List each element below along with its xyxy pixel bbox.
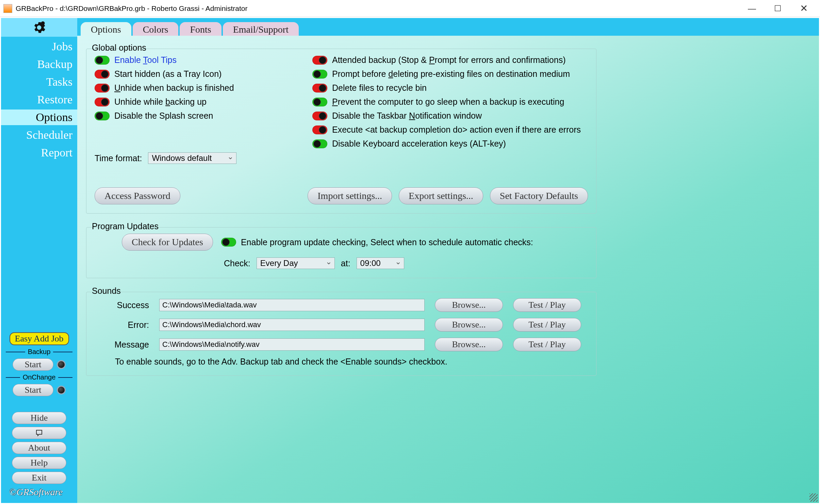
option-toggle[interactable] <box>312 84 327 93</box>
option-row: Start hidden (as a Tray Icon) <box>95 69 299 79</box>
import-settings-button[interactable]: Import settings... <box>308 187 392 204</box>
option-row: Disable the Splash screen <box>95 111 299 121</box>
option-toggle[interactable] <box>95 112 110 120</box>
check-at-label: at: <box>341 258 350 268</box>
tab-email-support[interactable]: Email/Support <box>223 22 299 36</box>
check-time-select[interactable]: 09:00 <box>357 257 404 269</box>
access-password-button[interactable]: Access Password <box>95 187 180 204</box>
copyright-label: ©GRSoftware <box>6 487 63 498</box>
title-bar: GRBackPro - d:\GRDown\GRBakPro.grb - Rob… <box>0 0 820 17</box>
tab-colors[interactable]: Colors <box>133 22 179 36</box>
nav-item-backup[interactable]: Backup <box>1 56 77 72</box>
option-row: Prompt before deleting pre-existing file… <box>312 69 588 79</box>
nav-item-jobs[interactable]: Jobs <box>1 39 77 54</box>
option-row: Delete files to recycle bin <box>312 83 588 93</box>
option-toggle[interactable] <box>95 84 110 93</box>
program-updates-group: Program Updates Check for Updates Enable… <box>86 227 596 278</box>
window-title: GRBackPro - d:\GRDown\GRBakPro.grb - Rob… <box>16 4 248 13</box>
sidebar: JobsBackupTasksRestoreOptionsSchedulerRe… <box>1 18 77 503</box>
sound-label: Message <box>95 340 149 350</box>
options-panel: Global options Enable Tool TipsStart hid… <box>77 36 819 503</box>
hide-button[interactable]: Hide <box>12 412 66 424</box>
check-updates-button[interactable]: Check for Updates <box>122 234 213 251</box>
option-toggle[interactable] <box>95 98 110 106</box>
option-label: Unhide while backing up <box>114 97 207 107</box>
nav-item-restore[interactable]: Restore <box>1 92 77 107</box>
option-row: Unhide when backup is finished <box>95 83 299 93</box>
option-toggle[interactable] <box>312 125 327 134</box>
app-body: JobsBackupTasksRestoreOptionsSchedulerRe… <box>1 18 819 503</box>
time-format-select[interactable]: Windows default <box>148 152 236 164</box>
nav-item-options[interactable]: Options <box>1 110 77 125</box>
option-toggle[interactable] <box>312 56 327 65</box>
test-play-button[interactable]: Test / Play <box>513 298 581 312</box>
main-area: OptionsColorsFontsEmail/Support Global o… <box>77 18 819 503</box>
enable-update-toggle[interactable] <box>221 238 236 247</box>
sound-path-input[interactable] <box>159 319 425 331</box>
browse-button[interactable]: Browse... <box>435 338 503 351</box>
option-label: Attended backup (Stop & Prompt for error… <box>332 55 565 65</box>
sound-path-input[interactable] <box>159 299 425 311</box>
option-toggle[interactable] <box>312 139 327 148</box>
tab-options[interactable]: Options <box>81 22 131 36</box>
svg-point-0 <box>41 21 45 25</box>
minimize-button[interactable]: — <box>739 0 765 17</box>
easy-add-job-button[interactable]: Easy Add Job <box>10 332 69 345</box>
start-onchange-button[interactable]: Start <box>13 384 53 396</box>
option-row: Enable Tool Tips <box>95 55 299 65</box>
about-button[interactable]: About <box>12 442 66 454</box>
nav-item-tasks[interactable]: Tasks <box>1 74 77 90</box>
global-right-column: Attended backup (Stop & Prompt for error… <box>312 55 588 149</box>
tray-message-button[interactable] <box>12 427 66 439</box>
export-settings-button[interactable]: Export settings... <box>399 187 483 204</box>
option-toggle[interactable] <box>95 70 110 79</box>
test-play-button[interactable]: Test / Play <box>513 318 581 332</box>
tab-fonts[interactable]: Fonts <box>180 22 221 36</box>
option-toggle[interactable] <box>312 112 327 120</box>
backup-led-icon <box>57 360 66 369</box>
sounds-legend: Sounds <box>90 286 123 296</box>
nav-list: JobsBackupTasksRestoreOptionsSchedulerRe… <box>1 37 77 161</box>
nav-item-scheduler[interactable]: Scheduler <box>1 127 77 143</box>
global-options-legend: Global options <box>90 43 148 53</box>
sound-path-input[interactable] <box>159 338 425 351</box>
start-backup-button[interactable]: Start <box>13 358 53 371</box>
onchange-led-icon <box>57 386 66 394</box>
tabs: OptionsColorsFontsEmail/Support <box>77 18 819 36</box>
option-label: Execute <at backup completion do> action… <box>332 125 581 135</box>
factory-defaults-button[interactable]: Set Factory Defaults <box>490 187 588 204</box>
global-options-group: Global options Enable Tool TipsStart hid… <box>86 49 596 214</box>
exit-button[interactable]: Exit <box>12 472 66 484</box>
option-label: Delete files to recycle bin <box>332 83 427 93</box>
check-freq-select[interactable]: Every Day <box>257 257 335 269</box>
close-button[interactable]: ✕ <box>791 0 817 17</box>
sound-label: Error: <box>95 320 149 330</box>
option-label: Disable the Taskbar Notification window <box>332 111 482 121</box>
onchange-section-label: OnChange <box>6 373 72 381</box>
option-label: Prevent the computer to go sleep when a … <box>332 97 564 107</box>
help-button[interactable]: Help <box>12 457 66 469</box>
option-row: Attended backup (Stop & Prompt for error… <box>312 55 588 65</box>
resize-grip-icon[interactable] <box>809 493 818 502</box>
option-label: Disable Keyboard acceleration keys (ALT-… <box>332 139 506 149</box>
browse-button[interactable]: Browse... <box>435 318 503 332</box>
check-freq-label: Check: <box>224 258 250 268</box>
option-toggle[interactable] <box>312 70 327 79</box>
program-updates-legend: Program Updates <box>90 221 161 231</box>
test-play-button[interactable]: Test / Play <box>513 338 581 351</box>
settings-gear-icon[interactable] <box>1 18 77 37</box>
sounds-note: To enable sounds, go to the Adv. Backup … <box>95 351 588 367</box>
maximize-button[interactable]: ☐ <box>765 0 791 17</box>
nav-item-report[interactable]: Report <box>1 145 77 161</box>
app-icon <box>3 4 12 13</box>
option-row: Disable the Taskbar Notification window <box>312 111 588 121</box>
browse-button[interactable]: Browse... <box>435 298 503 312</box>
option-label: Enable Tool Tips <box>114 55 177 65</box>
option-label: Prompt before deleting pre-existing file… <box>332 69 570 79</box>
sound-label: Success <box>95 300 149 310</box>
option-toggle[interactable] <box>95 56 110 65</box>
option-toggle[interactable] <box>312 98 327 106</box>
option-label: Start hidden (as a Tray Icon) <box>114 69 222 79</box>
enable-update-label: Enable program update checking, Select w… <box>241 237 533 247</box>
option-row: Prevent the computer to go sleep when a … <box>312 97 588 107</box>
